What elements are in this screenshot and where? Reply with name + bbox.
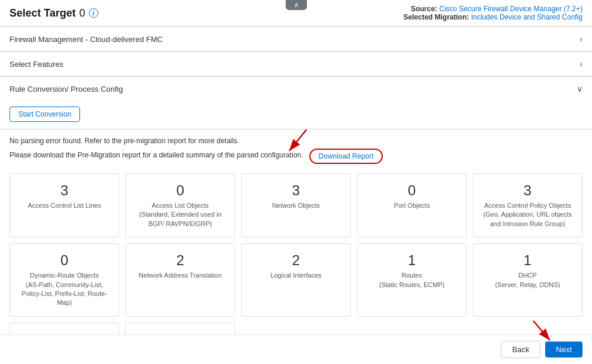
stat-card-port-objects: 0 Port Objects	[357, 173, 466, 237]
stat-label-acl-lines: Access Control List Lines	[28, 201, 101, 210]
accordion-label-firewall: Firewall Management - Cloud-delivered FM…	[9, 35, 163, 44]
stat-card-empty-2	[357, 323, 466, 334]
start-conversion-button[interactable]: Start Conversion	[9, 107, 80, 122]
stat-label-access-list-objects: Access List Objects(Standard, Extended u…	[132, 201, 228, 228]
source-line: Source: Cisco Secure Firewall Device Man…	[404, 5, 583, 13]
page-title: Select Target	[9, 7, 76, 20]
page-wrapper: ∧ Select Target 0 i Source: Cisco Secure…	[0, 0, 592, 364]
accordion-features: Select Features ›	[0, 51, 592, 76]
download-text: Please download the Pre-Migration report…	[9, 151, 303, 159]
migration-value: Includes Device and Shared Config	[471, 13, 583, 21]
bottom-bar: Back Next	[0, 334, 592, 364]
collapse-button[interactable]: ∧	[286, 0, 307, 10]
stat-number-routes: 1	[408, 252, 415, 269]
accordion-header-firewall[interactable]: Firewall Management - Cloud-delivered FM…	[0, 27, 592, 51]
top-bar-left: Select Target 0 i	[9, 7, 98, 20]
stat-card-remote-vpn: 0 Remote Access VPN(Connection Profiles)	[125, 323, 235, 334]
stat-number-logical-interfaces: 2	[292, 252, 300, 269]
stat-card-vpn-tunnels: 0 Site-to-Site VPN Tunnels	[9, 323, 119, 334]
stat-number-dhcp: 1	[524, 252, 532, 269]
stat-card-routes: 1 Routes(Static Routes, ECMP)	[357, 243, 466, 317]
chevron-firewall: ›	[580, 34, 583, 44]
stat-number-remote-vpn: 0	[176, 331, 184, 334]
stat-card-acp-objects: 3 Access Control Policy Objects(Geo, App…	[473, 173, 583, 237]
stat-card-acl-lines: 3 Access Control List Lines	[9, 173, 119, 237]
accordion-header-features[interactable]: Select Features ›	[0, 51, 592, 76]
download-report-button[interactable]: Download Report	[309, 149, 383, 164]
stat-card-access-list-objects: 0 Access List Objects(Standard, Extended…	[125, 173, 235, 237]
stat-label-dynamic-route: Dynamic-Route Objects(AS-Path, Community…	[16, 271, 113, 308]
stats-row-2: 0 Dynamic-Route Objects(AS-Path, Communi…	[9, 243, 583, 317]
step-number: 0	[79, 7, 85, 20]
stat-card-dynamic-route: 0 Dynamic-Route Objects(AS-Path, Communi…	[9, 243, 119, 317]
stat-card-network-objects: 3 Network Objects	[241, 173, 351, 237]
stat-number-nat: 2	[176, 252, 184, 269]
chevron-features: ›	[580, 59, 583, 69]
top-bar-right: Source: Cisco Secure Firewall Device Man…	[404, 5, 583, 21]
back-button[interactable]: Back	[501, 341, 540, 358]
migration-label: Selected Migration:	[404, 13, 469, 21]
stat-card-empty-3	[473, 323, 583, 334]
stats-row-1: 3 Access Control List Lines 0 Access Lis…	[9, 173, 583, 237]
stat-label-network-objects: Network Objects	[272, 201, 320, 210]
stat-number-network-objects: 3	[292, 182, 300, 199]
chevron-rule-conversion: ∨	[577, 84, 583, 94]
stat-label-logical-interfaces: Logical Interfaces	[270, 271, 321, 280]
stat-number-port-objects: 0	[408, 182, 415, 199]
accordion-label-features: Select Features	[9, 60, 63, 69]
stat-label-port-objects: Port Objects	[394, 201, 430, 210]
content-area: No parsing error found. Refer to the pre…	[0, 130, 592, 334]
no-error-text: No parsing error found. Refer to the pre…	[9, 137, 583, 145]
accordion-header-rule-conversion[interactable]: Rule Conversion/ Process Config ∨	[0, 76, 592, 101]
stat-card-dhcp: 1 DHCP(Server, Relay, DDNS)	[473, 243, 583, 317]
stats-row-3: 0 Site-to-Site VPN Tunnels 0 Remote Acce…	[9, 323, 583, 334]
info-icon[interactable]: i	[89, 8, 98, 18]
stat-number-acp-objects: 3	[524, 182, 532, 199]
source-label: Source:	[411, 5, 437, 13]
stat-card-empty-1	[241, 323, 351, 334]
stat-label-acp-objects: Access Control Policy Objects(Geo, Appli…	[479, 201, 576, 228]
accordion-body-rule-conversion: Start Conversion	[0, 101, 592, 129]
stat-number-vpn-tunnels: 0	[60, 331, 68, 334]
accordion-firewall: Firewall Management - Cloud-delivered FM…	[0, 27, 592, 51]
source-value: Cisco Secure Firewall Device Manager (7.…	[439, 5, 583, 13]
stat-card-nat: 2 Network Address Translation	[125, 243, 235, 317]
stat-number-access-list-objects: 0	[176, 182, 184, 199]
stat-label-routes: Routes(Static Routes, ECMP)	[379, 271, 445, 289]
stat-label-nat: Network Address Translation	[139, 271, 222, 280]
accordion-rule-conversion: Rule Conversion/ Process Config ∨ Start …	[0, 76, 592, 130]
stat-number-dynamic-route: 0	[60, 252, 68, 269]
next-button[interactable]: Next	[545, 342, 583, 357]
stat-label-dhcp: DHCP(Server, Relay, DDNS)	[495, 271, 560, 289]
stat-card-logical-interfaces: 2 Logical Interfaces	[241, 243, 351, 317]
accordion-label-rule-conversion: Rule Conversion/ Process Config	[9, 85, 123, 94]
stat-number-acl-lines: 3	[60, 182, 68, 199]
download-row: Please download the Pre-Migration report…	[9, 149, 583, 164]
migration-line: Selected Migration: Includes Device and …	[404, 13, 583, 21]
